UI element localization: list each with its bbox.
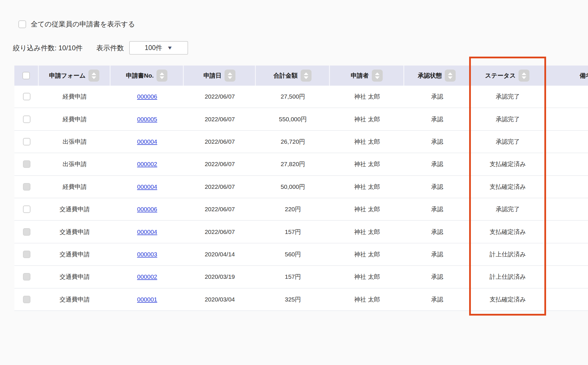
row-checkbox <box>23 273 30 281</box>
header-label: 申請者 <box>351 72 369 80</box>
header-label: 備考 <box>580 72 588 80</box>
cell-remarks <box>546 131 588 153</box>
cell-applicant: 神社 太郎 <box>330 243 404 265</box>
cell-total-amount: 27,820円 <box>256 153 330 175</box>
cell-remarks <box>546 221 588 243</box>
row-checkbox[interactable] <box>23 138 30 145</box>
page-size-dropdown[interactable]: 100件 ▼ <box>129 41 188 55</box>
application-no-link[interactable]: 000002 <box>137 161 157 168</box>
cell-total-amount: 220円 <box>256 198 330 220</box>
cell-status: 承認完了 <box>470 198 546 220</box>
cell-total-amount: 157円 <box>256 221 330 243</box>
header-label: 申請フォーム <box>49 72 86 80</box>
header-remarks: 備考 <box>546 66 588 86</box>
cell-approval-state: 承認 <box>404 198 470 220</box>
sort-icon[interactable] <box>301 70 312 82</box>
show-all-employees-checkbox[interactable] <box>18 20 26 28</box>
application-no-link[interactable]: 000004 <box>137 183 157 190</box>
application-no-link[interactable]: 000006 <box>137 206 157 213</box>
sort-icon[interactable] <box>372 70 383 82</box>
row-checkbox[interactable] <box>23 93 30 100</box>
cell-application-date: 2020/03/19 <box>184 266 256 288</box>
row-checkbox <box>23 228 30 236</box>
header-total-amount: 合計金額 <box>256 66 330 86</box>
cell-applicant: 神社 太郎 <box>330 108 404 130</box>
sort-icon[interactable] <box>156 70 167 82</box>
cell-total-amount: 157円 <box>256 266 330 288</box>
cell-remarks <box>546 198 588 220</box>
sort-icon[interactable] <box>225 70 235 82</box>
cell-total-amount: 550,000円 <box>256 108 330 130</box>
table-row: 出張申請 000002 2022/06/07 27,820円 神社 太郎 承認 … <box>14 153 588 176</box>
cell-status: 計上仕訳済み <box>470 266 546 288</box>
application-no-link[interactable]: 000002 <box>137 273 157 280</box>
cell-application-date: 2022/06/07 <box>184 108 256 130</box>
cell-status: 支払確定済み <box>470 221 546 243</box>
cell-application-form: 経費申請 <box>39 86 111 107</box>
header-label: 申請書No. <box>126 72 154 80</box>
cell-total-amount: 560円 <box>256 243 330 265</box>
table-row: 交通費申請 000003 2020/04/14 560円 神社 太郎 承認 計上… <box>14 243 588 266</box>
select-all-checkbox[interactable] <box>22 72 30 79</box>
cell-applicant: 神社 太郎 <box>330 198 404 220</box>
application-no-link[interactable]: 000001 <box>137 296 157 303</box>
cell-application-form: 交通費申請 <box>39 198 111 220</box>
sort-icon[interactable] <box>519 70 529 82</box>
application-no-link[interactable]: 000003 <box>137 251 157 258</box>
cell-status: 計上仕訳済み <box>470 243 546 265</box>
cell-applicant: 神社 太郎 <box>330 221 404 243</box>
cell-application-date: 2022/06/07 <box>184 176 256 198</box>
cell-approval-state: 承認 <box>404 266 470 288</box>
application-no-link[interactable]: 000004 <box>137 228 157 235</box>
cell-remarks <box>546 108 588 130</box>
cell-approval-state: 承認 <box>404 108 470 130</box>
cell-applicant: 神社 太郎 <box>330 176 404 198</box>
application-no-link[interactable]: 000006 <box>137 93 157 100</box>
table-header-row: 申請フォーム 申請書No. 申請日 合計金額 申請者 承認状態 ステータス 備 <box>14 66 588 86</box>
cell-status: 支払確定済み <box>470 176 546 198</box>
cell-application-form: 出張申請 <box>39 153 111 175</box>
cell-status: 支払確定済み <box>470 289 546 310</box>
row-checkbox[interactable] <box>23 205 30 213</box>
sort-icon[interactable] <box>88 70 99 82</box>
cell-remarks <box>546 289 588 310</box>
table-row: 交通費申請 000006 2022/06/07 220円 神社 太郎 承認 承認… <box>14 198 588 221</box>
cell-total-amount: 26,720円 <box>256 131 330 153</box>
header-application-date: 申請日 <box>184 66 256 86</box>
filter-count-label: 絞り込み件数: 10/10件 <box>13 43 83 53</box>
cell-status: 支払確定済み <box>470 153 546 175</box>
table-row: 交通費申請 000002 2020/03/19 157円 神社 太郎 承認 計上… <box>14 266 588 288</box>
header-label: 合計金額 <box>274 72 298 80</box>
cell-approval-state: 承認 <box>404 289 470 310</box>
cell-approval-state: 承認 <box>404 176 470 198</box>
chevron-down-icon: ▼ <box>167 45 173 51</box>
cell-remarks <box>546 266 588 288</box>
application-no-link[interactable]: 000005 <box>137 116 157 123</box>
row-checkbox <box>23 251 30 258</box>
row-checkbox <box>23 160 30 168</box>
cell-applicant: 神社 太郎 <box>330 266 404 288</box>
cell-application-form: 出張申請 <box>39 131 111 153</box>
cell-approval-state: 承認 <box>404 131 470 153</box>
cell-applicant: 神社 太郎 <box>330 86 404 107</box>
cell-application-form: 交通費申請 <box>39 221 111 243</box>
cell-application-date: 2020/03/04 <box>184 289 256 310</box>
table-row: 経費申請 000005 2022/06/07 550,000円 神社 太郎 承認… <box>14 108 588 130</box>
header-applicant: 申請者 <box>330 66 404 86</box>
application-no-link[interactable]: 000004 <box>137 138 157 145</box>
row-checkbox[interactable] <box>23 116 30 123</box>
table-row: 経費申請 000004 2022/06/07 50,000円 神社 太郎 承認 … <box>14 176 588 198</box>
header-status: ステータス <box>470 66 546 86</box>
cell-application-date: 2022/06/07 <box>184 153 256 175</box>
header-label: 承認状態 <box>418 72 442 80</box>
cell-application-date: 2022/06/07 <box>184 86 256 107</box>
cell-approval-state: 承認 <box>404 221 470 243</box>
cell-application-form: 経費申請 <box>39 108 111 130</box>
cell-application-form: 経費申請 <box>39 176 111 198</box>
cell-applicant: 神社 太郎 <box>330 289 404 310</box>
show-all-employees-row: 全ての従業員の申請書を表示する <box>18 20 135 29</box>
table-row: 経費申請 000006 2022/06/07 27,500円 神社 太郎 承認 … <box>14 86 588 108</box>
sort-icon[interactable] <box>445 70 456 82</box>
cell-status: 承認完了 <box>470 108 546 130</box>
cell-total-amount: 50,000円 <box>256 176 330 198</box>
